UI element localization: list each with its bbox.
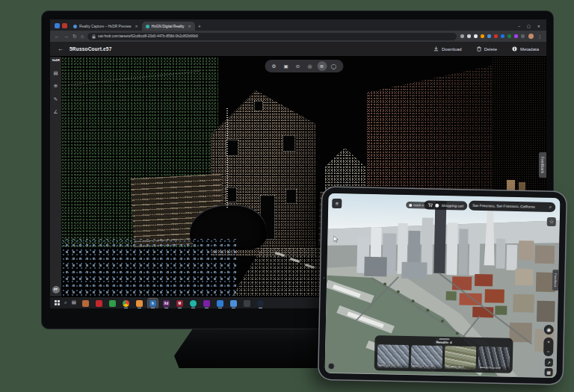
download-button[interactable]: Download	[433, 46, 462, 52]
task-view-icon[interactable]: ▤	[72, 300, 76, 305]
minimize-button[interactable]: –	[518, 24, 520, 28]
extension-icon[interactable]	[494, 34, 498, 38]
extensions-row	[460, 34, 525, 38]
tablet-screen[interactable]: ≡ HxDR Preview Shopping cart San Francis…	[325, 193, 561, 378]
trash-icon	[477, 46, 481, 52]
target-icon[interactable]: ◎	[305, 61, 315, 71]
extension-icon[interactable]	[481, 34, 484, 38]
search-value: San Francisco, San Francisco, California	[472, 204, 534, 209]
address-bar[interactable]: uat-hxdr.com/assets/62cdbcd8-20d0-447b-8…	[87, 33, 457, 40]
favorite-star-button[interactable]: ☆	[547, 217, 556, 226]
compass-icon: ◉	[546, 326, 551, 332]
new-tab-button[interactable]: +	[198, 24, 201, 29]
result-label: Metro_CA_r10_Til...	[411, 364, 442, 369]
tablet-menu-button[interactable]: ≡	[332, 199, 342, 208]
tab-close-icon[interactable]: ✕	[188, 24, 191, 28]
close-button[interactable]: ✕	[537, 24, 540, 28]
extension-icon[interactable]	[487, 34, 491, 38]
lit-window	[519, 182, 525, 192]
globe-icon[interactable]: ⊕	[317, 61, 327, 71]
pinned-favicon[interactable]	[62, 23, 67, 28]
fullscreen-button[interactable]: ↗	[545, 358, 553, 367]
taskbar-app-icon[interactable]: M	[175, 299, 185, 308]
back-icon[interactable]: ←	[55, 34, 60, 39]
browser-tab-reality-capture[interactable]: Reality Capture – HxDR Preview ✕	[70, 22, 142, 31]
extension-icon[interactable]	[521, 34, 525, 38]
taskbar-app-icon[interactable]	[202, 299, 212, 308]
result-label: sanfranciscocausa	[478, 365, 510, 370]
taskbar-app-icon[interactable]: h	[148, 299, 158, 308]
search-icon: ⌕	[549, 205, 552, 210]
house-window	[254, 101, 263, 111]
lit-window	[507, 180, 515, 191]
tab-favicon	[73, 25, 77, 28]
extension-icon[interactable]	[501, 34, 504, 38]
url-text: uat-hxdr.com/assets/62cdbcd8-20d0-447b-8…	[98, 34, 198, 38]
forward-icon[interactable]: →	[64, 34, 69, 39]
reload-icon[interactable]: ↻	[72, 34, 77, 39]
taskbar-app-icon[interactable]: Xd	[161, 299, 171, 308]
taskbar-app-icon[interactable]	[135, 299, 144, 308]
tablet-camera	[323, 277, 325, 279]
home-icon[interactable]: ⌂	[81, 34, 84, 39]
browser-tab-hxgn-digital-reality[interactable]: HxGN Digital Reality ✕	[142, 22, 195, 31]
metadata-label: Metadata	[520, 47, 539, 52]
panorama-icon[interactable]: ▣	[281, 61, 291, 71]
shopping-cart-button[interactable]: Shopping cart	[425, 200, 468, 210]
extension-icon[interactable]	[467, 34, 471, 38]
sidebar-projects-icon[interactable]: ▤	[53, 71, 58, 76]
extension-icon[interactable]	[514, 34, 518, 38]
tablet-feedback-tab[interactable]: Feedback	[552, 270, 559, 291]
taskbar-app-icon[interactable]	[81, 299, 90, 308]
point-cloud-ground-sparse	[61, 239, 237, 296]
taskbar-app-icon[interactable]	[94, 299, 104, 308]
start-button[interactable]	[55, 300, 60, 305]
maximize-button[interactable]: ▢	[527, 24, 531, 28]
sidebar-annotate-icon[interactable]: ✎	[54, 97, 58, 102]
tablet-search-input[interactable]: San Francisco, San Francisco, California…	[469, 201, 555, 212]
browser-menu-icon[interactable]: ⋮	[537, 34, 542, 39]
result-label: Metro_CA_r10_Til...	[377, 363, 409, 368]
taskbar-app-icon[interactable]	[121, 299, 131, 308]
result-thumbnail[interactable]: Metro_CA_r10_Til...	[377, 344, 410, 368]
feedback-tab[interactable]: Feedback	[539, 152, 546, 178]
settings-icon[interactable]: ⚙	[269, 61, 279, 71]
taskbar-app-icon[interactable]	[215, 299, 225, 308]
pinned-favicon[interactable]	[55, 23, 60, 28]
taskbar-app-icon[interactable]	[229, 299, 238, 308]
result-thumbnail[interactable]: sanfranciscocausa	[478, 346, 510, 370]
extension-icon[interactable]	[474, 34, 478, 38]
taskbar-app-icon[interactable]	[188, 299, 198, 308]
sidebar-measure-icon[interactable]: ∠	[54, 110, 58, 115]
panel-drag-handle[interactable]	[439, 338, 449, 340]
star-icon: ☆	[549, 219, 554, 225]
app-topbar: ← 5RussoCourt.e57 Download Delete Metada…	[50, 42, 546, 57]
taskbar-app-icon[interactable]	[242, 299, 252, 308]
taskbar-app-icon[interactable]	[256, 299, 265, 308]
camera-icon[interactable]: ⊙	[293, 61, 303, 71]
tablet: ≡ HxDR Preview Shopping cart San Francis…	[318, 187, 566, 385]
expand-icon: ↗	[547, 360, 551, 365]
user-avatar[interactable]: PP	[52, 286, 60, 293]
info-icon	[512, 46, 517, 52]
cart-icon	[428, 203, 433, 208]
taskbar-app-icon[interactable]	[108, 299, 117, 308]
browser-avatar[interactable]	[528, 34, 534, 39]
extension-icon[interactable]	[460, 34, 464, 38]
delete-button[interactable]: Delete	[477, 46, 497, 52]
app-back-icon[interactable]: ←	[58, 46, 64, 52]
zoom-out-button[interactable]: −	[543, 346, 553, 356]
taskbar-search-icon[interactable]: ⌕	[64, 300, 67, 305]
result-thumbnail[interactable]: SU_MAC_30cm	[445, 346, 477, 370]
result-thumbnail[interactable]: Metro_CA_r10_Til...	[411, 345, 443, 369]
download-icon	[433, 46, 439, 52]
qr-button[interactable]: ▦	[544, 368, 552, 376]
crosswalk-stripe	[305, 264, 315, 269]
zoom-in-button[interactable]: +	[543, 337, 553, 347]
orbit-icon[interactable]: ◯	[329, 61, 339, 71]
extension-icon[interactable]	[507, 34, 511, 38]
tab-close-icon[interactable]: ✕	[135, 24, 138, 28]
sidebar-globe-icon[interactable]: ⊕	[54, 84, 58, 89]
hamburger-icon: ≡	[336, 201, 339, 206]
metadata-button[interactable]: Metadata	[512, 46, 539, 52]
